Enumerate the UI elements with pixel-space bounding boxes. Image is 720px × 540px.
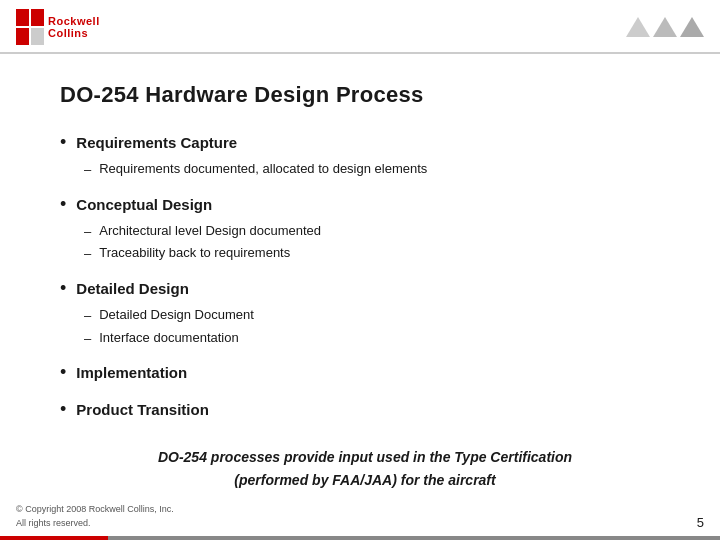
sub-dash: –: [84, 244, 91, 264]
bullet-dot: •: [60, 192, 66, 217]
svg-rect-3: [31, 28, 44, 45]
svg-rect-1: [31, 9, 44, 26]
sub-item: – Interface documentation: [84, 328, 670, 349]
bullet-dot: •: [60, 397, 66, 422]
bullet-label-detailed-design: Detailed Design: [76, 278, 189, 301]
bullet-label-requirements-capture: Requirements Capture: [76, 132, 237, 155]
bullet-label-implementation: Implementation: [76, 362, 187, 385]
bullet-item: • Requirements Capture: [60, 132, 670, 155]
svg-rect-2: [16, 28, 29, 45]
copyright-line2: All rights reserved.: [16, 517, 174, 531]
bullet-requirements-capture: • Requirements Capture – Requirements do…: [60, 132, 670, 180]
bullet-detailed-design: • Detailed Design – Detailed Design Docu…: [60, 278, 670, 348]
logo-area: Rockwell Collins: [16, 9, 100, 45]
sub-items-detailed: – Detailed Design Document – Interface d…: [84, 305, 670, 348]
sub-dash: –: [84, 160, 91, 180]
sub-text-conceptual-1: Architectural level Design documented: [99, 221, 321, 241]
bullet-label-product-transition: Product Transition: [76, 399, 209, 422]
footer-copyright: © Copyright 2008 Rockwell Collins, Inc. …: [16, 503, 174, 530]
bullet-item: • Implementation: [60, 362, 670, 385]
header: Rockwell Collins: [0, 0, 720, 54]
bullet-label-conceptual-design: Conceptual Design: [76, 194, 212, 217]
bullet-item: • Product Transition: [60, 399, 670, 422]
sub-dash: –: [84, 306, 91, 326]
bullet-dot: •: [60, 360, 66, 385]
sub-text-conceptual-2: Traceability back to requirements: [99, 243, 290, 263]
bullet-implementation: • Implementation: [60, 362, 670, 385]
footer-page-number: 5: [697, 515, 704, 530]
bullet-item: • Conceptual Design: [60, 194, 670, 217]
bullet-conceptual-design: • Conceptual Design – Architectural leve…: [60, 194, 670, 264]
sub-item: – Traceability back to requirements: [84, 243, 670, 264]
italic-note-line2: (performed by FAA/JAA) for the aircraft: [80, 469, 650, 491]
decorative-triangles: [626, 17, 704, 37]
sub-items-requirements: – Requirements documented, allocated to …: [84, 159, 670, 180]
sub-dash: –: [84, 329, 91, 349]
logo-collins: Collins: [48, 27, 100, 39]
page-title: DO-254 Hardware Design Process: [60, 82, 670, 108]
footer: © Copyright 2008 Rockwell Collins, Inc. …: [0, 503, 720, 530]
triangle-icon-3: [680, 17, 704, 37]
sub-items-conceptual: – Architectural level Design documented …: [84, 221, 670, 264]
sub-text-detailed-1: Detailed Design Document: [99, 305, 254, 325]
main-content: DO-254 Hardware Design Process • Require…: [0, 54, 720, 511]
italic-note: DO-254 processes provide input used in t…: [60, 446, 670, 491]
bullet-dot: •: [60, 276, 66, 301]
sub-text-req-1: Requirements documented, allocated to de…: [99, 159, 427, 179]
bullet-item: • Detailed Design: [60, 278, 670, 301]
logo-rockwell: Rockwell: [48, 15, 100, 27]
sub-item: – Requirements documented, allocated to …: [84, 159, 670, 180]
sub-dash: –: [84, 222, 91, 242]
bottom-accent-bar: [0, 536, 720, 540]
triangle-icon-1: [626, 17, 650, 37]
italic-note-line1: DO-254 processes provide input used in t…: [80, 446, 650, 468]
logo-icon: [16, 9, 44, 45]
svg-rect-0: [16, 9, 29, 26]
copyright-line1: © Copyright 2008 Rockwell Collins, Inc.: [16, 503, 174, 517]
sub-text-detailed-2: Interface documentation: [99, 328, 238, 348]
bullet-product-transition: • Product Transition: [60, 399, 670, 422]
sub-item: – Detailed Design Document: [84, 305, 670, 326]
sub-item: – Architectural level Design documented: [84, 221, 670, 242]
bullet-dot: •: [60, 130, 66, 155]
triangle-icon-2: [653, 17, 677, 37]
